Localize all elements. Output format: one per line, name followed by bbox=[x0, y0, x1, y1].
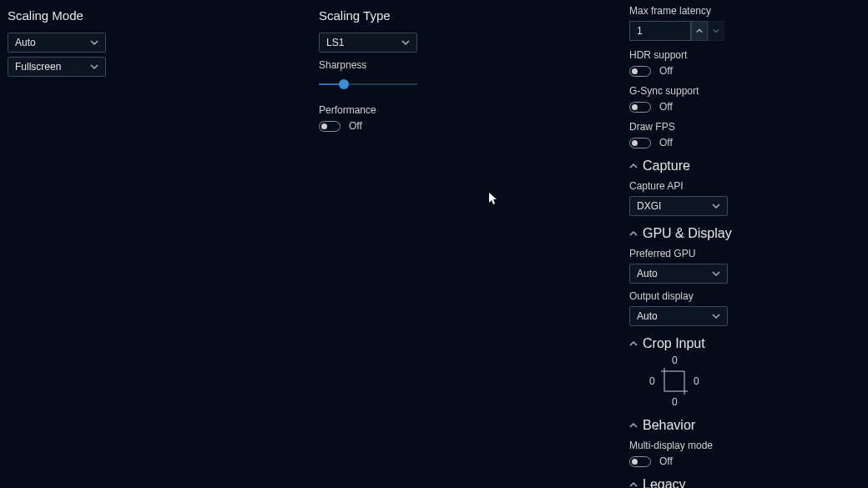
preferred-gpu-dropdown[interactable]: Auto bbox=[629, 264, 728, 284]
spinner-up-button[interactable] bbox=[691, 21, 708, 41]
behavior-section-title: Behavior bbox=[643, 418, 695, 433]
capture-api-dropdown[interactable]: DXGI bbox=[629, 196, 728, 216]
legacy-section-header[interactable]: Legacy bbox=[629, 477, 838, 488]
chevron-up-icon bbox=[629, 340, 638, 348]
toggle-knob bbox=[632, 104, 638, 110]
output-display-label: Output display bbox=[629, 290, 838, 302]
gpu-display-section-header[interactable]: GPU & Display bbox=[629, 226, 838, 241]
output-display-dropdown[interactable]: Auto bbox=[629, 306, 728, 326]
gsync-support-label: G-Sync support bbox=[629, 85, 838, 97]
performance-toggle-state: Off bbox=[349, 120, 362, 132]
crop-bottom-value: 0 bbox=[672, 396, 678, 408]
legacy-section-title: Legacy bbox=[643, 477, 686, 488]
capture-api-value: DXGI bbox=[637, 200, 661, 212]
draw-fps-label: Draw FPS bbox=[629, 121, 838, 133]
max-frame-latency-spinner[interactable]: 1 bbox=[629, 21, 838, 41]
gsync-support-toggle[interactable] bbox=[629, 102, 651, 113]
chevron-down-icon bbox=[713, 28, 719, 34]
mouse-cursor-icon bbox=[489, 193, 499, 206]
scaling-type-heading: Scaling Type bbox=[319, 8, 486, 23]
toggle-knob bbox=[632, 140, 638, 146]
chevron-up-icon bbox=[696, 28, 703, 34]
scaling-type-dropdown[interactable]: LS1 bbox=[319, 33, 417, 53]
chevron-up-icon bbox=[629, 162, 638, 170]
multi-display-toggle[interactable] bbox=[629, 456, 651, 467]
capture-section-title: Capture bbox=[643, 158, 690, 174]
crop-input-section-header[interactable]: Crop Input bbox=[629, 336, 838, 351]
chevron-down-icon bbox=[712, 202, 720, 210]
chevron-up-icon bbox=[629, 421, 638, 430]
output-display-value: Auto bbox=[637, 310, 658, 322]
performance-label: Performance bbox=[319, 104, 486, 116]
draw-fps-state: Off bbox=[659, 137, 673, 148]
scaling-type-dropdown-value: LS1 bbox=[326, 37, 344, 48]
chevron-down-icon bbox=[712, 312, 720, 320]
crop-diagram: 0 0 0 0 bbox=[638, 358, 713, 408]
chevron-down-icon bbox=[90, 38, 98, 47]
max-frame-latency-label: Max frame latency bbox=[629, 5, 838, 17]
chevron-down-icon bbox=[401, 38, 410, 47]
capture-api-label: Capture API bbox=[629, 180, 838, 192]
preferred-gpu-label: Preferred GPU bbox=[629, 248, 838, 259]
chevron-down-icon bbox=[712, 269, 720, 278]
draw-fps-toggle[interactable] bbox=[629, 138, 651, 148]
performance-toggle[interactable] bbox=[319, 121, 341, 132]
hdr-support-state: Off bbox=[659, 65, 673, 77]
multi-display-label: Multi-display mode bbox=[629, 440, 838, 451]
crop-rect-icon bbox=[661, 368, 688, 395]
scaling-mode-dropdown-1-value: Auto bbox=[15, 37, 36, 48]
hdr-support-label: HDR support bbox=[629, 49, 838, 61]
gpu-display-section-title: GPU & Display bbox=[643, 226, 732, 241]
spinner-down-button[interactable] bbox=[708, 21, 724, 41]
scaling-mode-heading: Scaling Mode bbox=[8, 8, 158, 23]
scaling-mode-dropdown-1[interactable]: Auto bbox=[8, 33, 106, 53]
slider-thumb[interactable] bbox=[339, 79, 349, 89]
multi-display-state: Off bbox=[659, 455, 673, 467]
crop-top-value: 0 bbox=[672, 355, 678, 366]
behavior-section-header[interactable]: Behavior bbox=[629, 418, 838, 433]
toggle-knob bbox=[632, 68, 638, 74]
crop-input-section-title: Crop Input bbox=[643, 336, 705, 351]
crop-left-value: 0 bbox=[649, 375, 655, 387]
chevron-down-icon bbox=[90, 63, 98, 71]
sharpness-label: Sharpness bbox=[319, 59, 486, 71]
max-frame-latency-value[interactable]: 1 bbox=[629, 21, 691, 41]
scaling-mode-dropdown-2-value: Fullscreen bbox=[15, 61, 61, 73]
crop-right-value: 0 bbox=[694, 375, 699, 387]
capture-section-header[interactable]: Capture bbox=[629, 158, 838, 174]
chevron-up-icon bbox=[629, 480, 638, 488]
scaling-mode-dropdown-2[interactable]: Fullscreen bbox=[8, 57, 106, 77]
sharpness-slider[interactable] bbox=[319, 76, 417, 93]
chevron-up-icon bbox=[629, 229, 638, 238]
hdr-support-toggle[interactable] bbox=[629, 66, 651, 77]
preferred-gpu-value: Auto bbox=[637, 268, 658, 279]
toggle-knob bbox=[632, 459, 638, 465]
gsync-support-state: Off bbox=[659, 101, 673, 113]
toggle-knob bbox=[321, 123, 327, 129]
